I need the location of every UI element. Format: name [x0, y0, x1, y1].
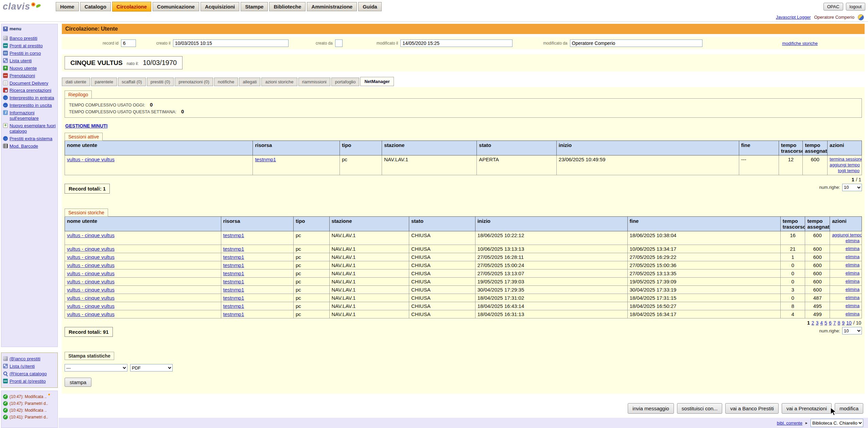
vai-a-prenotazioni-button[interactable]: vai a Prenotazioni [782, 403, 832, 414]
sostituisci-con-button[interactable]: sostituisci con... [677, 403, 723, 414]
resource-link[interactable]: testnmp1 [223, 262, 244, 268]
sidebar-item-banco-prestiti[interactable]: Banco prestiti [3, 36, 56, 41]
elimina-link[interactable]: elimina [832, 246, 860, 252]
resource-link[interactable]: testnmp1 [223, 303, 244, 309]
vai-a-banco-prestiti-button[interactable]: vai a Banco Prestiti [725, 403, 778, 414]
elimina-link[interactable]: elimina [832, 238, 860, 244]
sidebar-item-prenotazioni[interactable]: Prenotazioni [3, 73, 56, 79]
modifiche-storiche-link[interactable]: modifiche storiche [782, 41, 818, 46]
sidebar-item-b-anco-prestiti[interactable]: (B)anco prestiti [3, 356, 56, 362]
resource-link[interactable]: testnmp1 [223, 270, 244, 276]
sidebar-link[interactable]: Interprestito in entrata [10, 95, 54, 101]
bibl-corrente-link[interactable]: bibl. corrente [777, 421, 802, 426]
pagination-page-link[interactable]: 3 [816, 320, 818, 326]
tab-scaffali-0[interactable]: scaffali (0) [118, 78, 146, 86]
sidebar-link[interactable]: Prestiti in corso [10, 51, 41, 56]
invia-messaggio-button[interactable]: invia messaggio [628, 403, 674, 414]
resource-link[interactable]: testnmp1 [223, 232, 244, 238]
nav-tab-guida[interactable]: Guida [358, 2, 382, 11]
opac-button[interactable]: OPAC [823, 3, 843, 11]
nav-tab-comunicazione[interactable]: Comunicazione [153, 2, 199, 11]
tab-riammissioni[interactable]: riammissioni [298, 78, 330, 86]
pagination-page-link[interactable]: 9 [842, 320, 845, 326]
sidebar-link[interactable]: Nuovo esemplare fuori catalogo [10, 123, 56, 134]
elimina-link[interactable]: elimina [832, 262, 860, 268]
elimina-link[interactable]: elimina [832, 303, 860, 309]
clavis-logo[interactable]: clavis [3, 1, 54, 12]
sidebar-item-prestiti-extra-sistema[interactable]: Prestiti extra-sistema [3, 136, 56, 142]
pagination-page-link[interactable]: 2 [812, 320, 814, 326]
format-select[interactable]: PDF [130, 364, 173, 372]
pagination-page-link[interactable]: 4 [820, 320, 823, 326]
sidebar-item-nuovo-utente[interactable]: Nuovo utente [3, 66, 56, 71]
shortcut-link[interactable]: Lista (u)tenti [10, 364, 35, 369]
pagination-page-link[interactable]: 8 [837, 320, 840, 326]
creato-il-input[interactable] [173, 39, 289, 47]
resource-link[interactable]: testnmp1 [255, 157, 276, 162]
resource-link[interactable]: testnmp1 [223, 311, 244, 317]
elimina-link[interactable]: elimina [832, 311, 860, 317]
sidebar-item-pronti-al-p-restito[interactable]: Pronti al (p)restito [3, 379, 56, 384]
elimina-link[interactable]: elimina [832, 270, 860, 276]
tab-notifiche[interactable]: notifiche [214, 78, 238, 86]
nav-tab-catalogo[interactable]: Catalogo [80, 2, 111, 11]
gestione-minuti-link[interactable]: GESTIONE MINUTI [65, 123, 107, 129]
tab-azioni-storiche[interactable]: azioni storiche [261, 78, 297, 86]
sidebar-item-mod-barcode[interactable]: Mod. Barcode [3, 144, 56, 149]
sidebar-item-interprestito-in-uscita[interactable]: Interprestito in uscita [3, 103, 56, 108]
stampa-button[interactable]: stampa [65, 378, 91, 387]
operator-icon[interactable] [858, 14, 864, 20]
tab-netmanager[interactable]: NetManager [360, 77, 394, 86]
nav-tab-home[interactable]: Home [56, 2, 79, 11]
record-id-input[interactable] [121, 39, 136, 47]
resource-link[interactable]: testnmp1 [223, 246, 244, 252]
tab-allegati[interactable]: allegati [239, 78, 260, 86]
sidebar-item-prestiti-in-corso[interactable]: Prestiti in corso [3, 51, 56, 56]
sidebar-link[interactable]: Informazioni sull'esemplare [10, 110, 56, 121]
togli-tempo-link[interactable]: togli tempo [830, 168, 860, 174]
shortcut-link[interactable]: (R)icerca catalogo [10, 371, 47, 377]
sidebar-link[interactable]: Nuovo utente [10, 66, 37, 71]
resource-link[interactable]: testnmp1 [223, 279, 244, 284]
nav-tab-amministrazione[interactable]: Amministrazione [307, 2, 357, 11]
pagination-page-link[interactable]: 10 [846, 320, 852, 326]
nav-tab-stampe[interactable]: Stampe [241, 2, 268, 11]
nav-tab-circolazione[interactable]: Circolazione [112, 2, 151, 12]
sidebar-link[interactable]: Document Delivery [10, 81, 48, 86]
sidebar-link[interactable]: Ricerca prenotazioni [10, 88, 51, 93]
user-link[interactable]: vultus - cinque vultus [67, 311, 115, 317]
pagination-page-link[interactable]: 5 [824, 320, 827, 326]
sidebar-link[interactable]: Interprestito in uscita [10, 103, 52, 108]
num-righe-select-attive[interactable]: 10 [842, 184, 862, 191]
aggiungi-tempo-link[interactable]: aggiungi tempo [832, 232, 860, 238]
tab-portafoglio[interactable]: portafoglio [331, 78, 360, 86]
user-link[interactable]: vultus - cinque vultus [67, 287, 115, 293]
num-righe-select-storiche[interactable]: 10 [842, 327, 862, 334]
sidebar-item-r-icerca-catalogo[interactable]: (R)icerca catalogo [3, 371, 56, 377]
creato-da-input[interactable] [335, 39, 343, 47]
pagination-page-link[interactable]: 7 [833, 320, 836, 326]
modifica-button[interactable]: modifica [835, 403, 863, 414]
sidebar-item-pronti-al-prestito[interactable]: Pronti al prestito [3, 43, 56, 49]
sidebar-item-informazioni-sull-esemplare[interactable]: Informazioni sull'esemplare [3, 110, 56, 121]
sidebar-link[interactable]: Pronti al prestito [10, 43, 43, 49]
shortcut-link[interactable]: Pronti al (p)restito [10, 379, 46, 384]
user-link[interactable]: vultus - cinque vultus [67, 295, 115, 301]
user-link[interactable]: vultus - cinque vultus [67, 303, 115, 309]
sidebar-link[interactable]: Lista utenti [10, 58, 32, 64]
modificato-da-input[interactable] [570, 39, 702, 47]
library-select[interactable]: Biblioteca C. Chiarello [811, 419, 863, 427]
resource-link[interactable]: testnmp1 [223, 295, 244, 301]
user-link[interactable]: vultus - cinque vultus [67, 232, 115, 238]
tab-prestiti-0[interactable]: prestiti (0) [147, 78, 174, 86]
resource-link[interactable]: testnmp1 [223, 287, 244, 293]
user-link[interactable]: vultus - cinque vultus [67, 279, 115, 284]
user-link[interactable]: vultus - cinque vultus [67, 157, 115, 162]
modificato-il-input[interactable] [400, 39, 513, 47]
log-entry[interactable]: (10:41): Parametri d.. [3, 415, 56, 419]
termina-sessione-link[interactable]: termina sessione [830, 157, 860, 162]
tab-dati-utente[interactable]: dati utente [62, 78, 90, 86]
sidebar-item-lista-u-tenti[interactable]: Lista (u)tenti [3, 364, 56, 369]
sidebar-item-ricerca-prenotazioni[interactable]: Ricerca prenotazioni [3, 88, 56, 93]
user-link[interactable]: vultus - cinque vultus [67, 254, 115, 260]
